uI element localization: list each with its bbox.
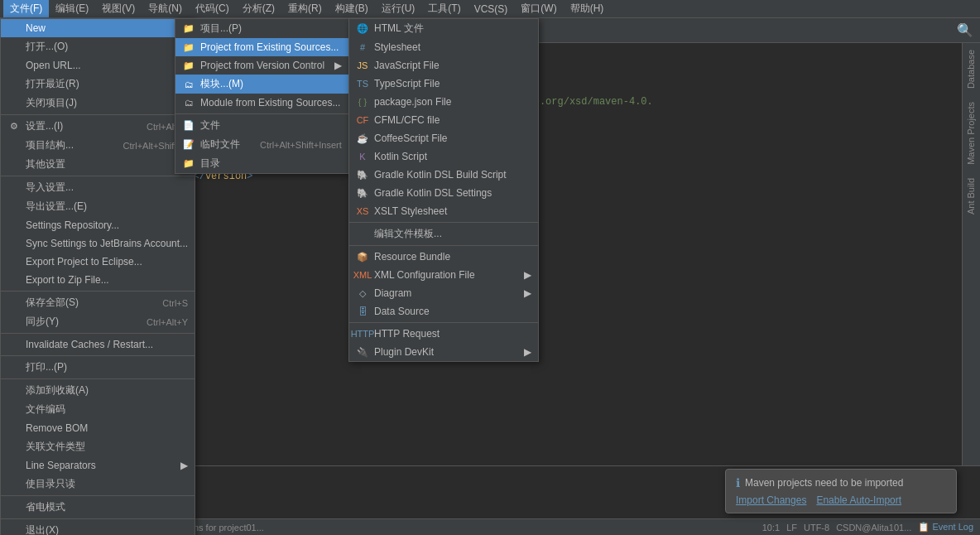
menu-analyze[interactable]: 分析(Z) <box>236 0 281 17</box>
menu-run[interactable]: 运行(U) <box>375 0 422 17</box>
menu-item-export-zip[interactable]: Export to Zip File... <box>1 271 195 289</box>
new-data-source[interactable]: 🗄 Data Source <box>349 302 538 321</box>
diagram-arrow: ▶ <box>517 287 531 299</box>
menu-item-import-settings[interactable]: 导入设置... <box>1 178 195 197</box>
menu-code[interactable]: 代码(C) <box>189 0 236 17</box>
new-cfml[interactable]: CF CFML/CFC file <box>349 111 538 129</box>
menu-item-close-project[interactable]: 关闭项目(J) <box>1 94 195 113</box>
xml-arrow: ▶ <box>517 269 531 281</box>
new-module[interactable]: 🗂 模块...(M) <box>175 75 348 94</box>
new-file[interactable]: 📄 文件 <box>175 116 348 135</box>
menu-item-invalidate[interactable]: Invalidate Caches / Restart... <box>1 335 195 354</box>
new-module-from-sources[interactable]: 🗂 Module from Existing Sources... <box>175 94 348 112</box>
menu-item-file-encoding[interactable]: 文件编码 <box>1 400 195 419</box>
kotlin-icon: K <box>356 150 369 163</box>
new-http-request[interactable]: HTTP HTTP Request <box>349 325 538 343</box>
new-stylesheet[interactable]: # Stylesheet <box>349 38 538 56</box>
new-kotlin[interactable]: K Kotlin Script <box>349 147 538 166</box>
menu-view[interactable]: 视图(V) <box>95 0 142 17</box>
menu-item-new[interactable]: New ▶ <box>1 19 195 37</box>
new-coffee[interactable]: ☕ CoffeeScript File <box>349 129 538 147</box>
menu-item-export-eclipse[interactable]: Export Project to Eclipse... <box>1 253 195 271</box>
menu-item-add-favorites[interactable]: 添加到收藏(A) <box>1 381 195 400</box>
powersave-icon <box>7 501 21 514</box>
menu-item-assoc-filetype[interactable]: 关联文件类型 <box>1 437 195 456</box>
event-log[interactable]: 📋 Event Log <box>918 522 973 533</box>
menu-refactor[interactable]: 重构(R) <box>281 0 329 17</box>
project-sources-icon: 📁 <box>182 41 195 54</box>
menu-help[interactable]: 帮助(H) <box>564 0 611 17</box>
menu-item-recent[interactable]: 打开最近(R) ▶ <box>1 75 195 94</box>
invalidate-icon <box>7 338 21 351</box>
new-directory[interactable]: 📁 目录 <box>175 154 348 173</box>
menu-item-power-save[interactable]: 省电模式 <box>1 498 195 517</box>
new-resource-bundle[interactable]: 📦 Resource Bundle <box>349 248 538 266</box>
menu-item-sync[interactable]: 同步(Y) Ctrl+Alt+Y <box>1 312 195 331</box>
menu-item-export-settings[interactable]: 导出设置...(E) <box>1 197 195 216</box>
menu-file[interactable]: 文件(F) <box>3 0 49 17</box>
maven-notification: ℹ Maven projects need to be imported Imp… <box>725 469 957 513</box>
new-ts[interactable]: TS TypeScript File <box>349 75 538 93</box>
menu-edit[interactable]: 编辑(E) <box>49 0 95 17</box>
right-panel-database[interactable]: Database <box>963 43 980 95</box>
menu-item-settings-repo[interactable]: Settings Repository... <box>1 216 195 234</box>
maven-info-icon: ℹ <box>736 476 740 489</box>
menu-item-exit[interactable]: 退出(X) <box>1 521 195 535</box>
new-diagram[interactable]: ◇ Diagram ▶ <box>349 284 538 302</box>
new-project[interactable]: 📁 项目...(P) <box>175 19 348 38</box>
new-packagejson[interactable]: { } package.json File <box>349 93 538 111</box>
new-gradle-settings[interactable]: 🐘 Gradle Kotlin DSL Settings <box>349 184 538 202</box>
new-js[interactable]: JS JavaScript File <box>349 56 538 75</box>
new-sep1 <box>175 113 348 114</box>
new-icon <box>7 22 21 35</box>
new-xml-config[interactable]: XML XML Configuration File ▶ <box>349 266 538 284</box>
menu-item-remove-bom[interactable]: Remove BOM <box>1 419 195 437</box>
sync-icon <box>7 237 21 250</box>
openurl-icon <box>7 59 21 72</box>
exit-icon <box>7 524 21 536</box>
menubar: 文件(F) 编辑(E) 视图(V) 导航(N) 代码(C) 分析(Z) 重构(R… <box>0 0 980 18</box>
new-scratch[interactable]: 📝 临时文件 Ctrl+Alt+Shift+Insert <box>175 135 348 154</box>
menu-item-open-url[interactable]: Open URL... <box>1 56 195 75</box>
menu-tools[interactable]: 工具(T) <box>421 0 467 17</box>
search-icon[interactable]: 🔍 <box>957 22 973 38</box>
file-icon: 📄 <box>182 119 195 133</box>
menu-item-print[interactable]: 打印...(P) <box>1 358 195 377</box>
menu-item-line-separators[interactable]: Line Separators ▶ <box>1 456 195 475</box>
menu-item-sync-settings[interactable]: Sync Settings to JetBrains Account... <box>1 234 195 253</box>
new-project-from-sources[interactable]: 📁 Project from Existing Sources... <box>175 38 348 56</box>
readonly-icon <box>7 478 21 491</box>
other-settings-icon <box>7 158 21 171</box>
menu-item-make-readonly[interactable]: 使目录只读 <box>1 475 195 494</box>
new-html[interactable]: 🌐 HTML 文件 <box>349 19 538 38</box>
right-panel-ant[interactable]: Ant Build <box>963 171 980 221</box>
scratch-icon: 📝 <box>182 138 195 152</box>
linesep-icon <box>7 459 21 472</box>
new-xslt[interactable]: XS XSLT Stylesheet <box>349 202 538 220</box>
menu-item-settings[interactable]: ⚙ 设置...(I) Ctrl+Alt+S <box>1 117 195 136</box>
module-icon: 🗂 <box>182 78 195 91</box>
menu-window[interactable]: 窗口(W) <box>514 0 563 17</box>
eclipse-icon <box>7 255 21 268</box>
menu-item-other-settings[interactable]: 其他设置 <box>1 155 195 174</box>
plugin-arrow: ▶ <box>517 346 531 358</box>
enable-auto-import-link[interactable]: Enable Auto-Import <box>816 494 901 506</box>
new-submenu: 📁 项目...(P) 📁 Project from Existing Sourc… <box>175 18 349 174</box>
sep2 <box>1 176 195 176</box>
menu-item-project-structure[interactable]: 项目结构... Ctrl+Alt+Shift+S <box>1 136 195 155</box>
open-icon <box>7 41 21 54</box>
edit-templates-icon <box>356 228 369 241</box>
cursor-position: 10:1 <box>762 523 780 533</box>
new-plugin-devkit[interactable]: 🔌 Plugin DevKit ▶ <box>349 343 538 361</box>
right-panel-maven[interactable]: Maven Projects <box>963 95 980 171</box>
import-changes-link[interactable]: Import Changes <box>736 494 806 506</box>
new-project-vcs[interactable]: 📁 Project from Version Control ▶ <box>175 56 348 75</box>
menu-vcs[interactable]: VCS(S) <box>468 2 515 17</box>
menu-item-open[interactable]: 打开...(O) <box>1 37 195 56</box>
menu-build[interactable]: 构建(B) <box>329 0 375 17</box>
new-gradle-build[interactable]: 🐘 Gradle Kotlin DSL Build Script <box>349 166 538 184</box>
favorites-icon <box>7 384 21 398</box>
menu-item-save-all[interactable]: 保存全部(S) Ctrl+S <box>1 293 195 312</box>
edit-file-templates[interactable]: 编辑文件模板... <box>349 224 538 243</box>
menu-navigate[interactable]: 导航(N) <box>142 0 189 17</box>
